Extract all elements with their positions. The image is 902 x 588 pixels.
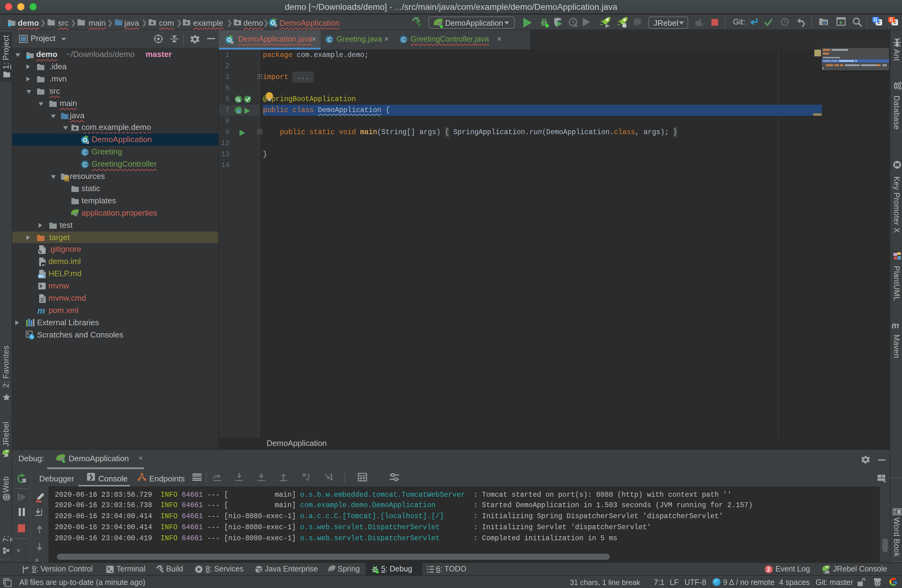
svg-text:JR: JR [4, 453, 9, 457]
svg-text:C: C [402, 37, 406, 43]
svg-text:C: C [83, 149, 87, 155]
svg-text:JR: JR [824, 570, 830, 574]
svg-text:G: G [874, 17, 877, 22]
svg-text:C: C [83, 161, 87, 167]
svg-text:C: C [327, 37, 332, 43]
svg-text:MD: MD [39, 274, 44, 278]
svg-text:c: c [237, 109, 239, 114]
svg-text:G: G [889, 17, 893, 22]
